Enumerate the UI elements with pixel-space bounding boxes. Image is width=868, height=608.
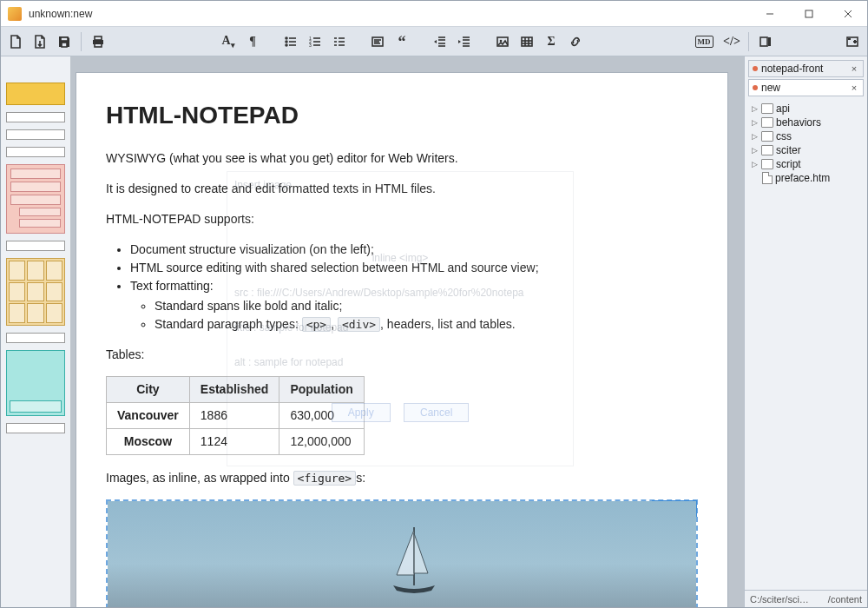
structure-strip[interactable]: [1, 56, 70, 607]
tab-notepad-front[interactable]: notepad-front ×: [748, 60, 864, 77]
svg-rect-41: [522, 37, 532, 46]
struct-node-p[interactable]: [6, 147, 65, 157]
file-tree[interactable]: ▷api ▷behaviors ▷css ▷sciter ▷script pre…: [745, 98, 867, 590]
struct-node-p[interactable]: [6, 129, 65, 140]
doc-paragraph[interactable]: It is designed to create and edit format…: [106, 180, 698, 198]
struct-node-p[interactable]: [6, 423, 65, 433]
svg-rect-49: [848, 38, 851, 40]
table-header[interactable]: City: [107, 377, 190, 403]
tab-new[interactable]: new ×: [748, 79, 864, 96]
table-row: City Established Population: [107, 377, 365, 403]
dirty-indicator-icon: [753, 85, 758, 90]
doc-figure[interactable]: <figure> sample for no: [106, 499, 698, 607]
table-row: Moscow 1124 12,000,000: [107, 429, 365, 455]
struct-node-p[interactable]: [6, 112, 65, 122]
struct-node-h1[interactable]: [6, 83, 65, 105]
figure-image[interactable]: [108, 501, 696, 607]
table-header[interactable]: Established: [189, 377, 279, 403]
doc-list-item[interactable]: Standard paragraph types: <p>, <div>, he…: [155, 315, 698, 334]
toggle-sidebar-button[interactable]: [754, 30, 777, 53]
tree-folder[interactable]: ▷behaviors: [748, 116, 867, 129]
document[interactable]: HTML-NOTEPAD WYSIWYG (what you see is wh…: [76, 72, 728, 607]
status-bar: C:/sciter/sci… /content: [745, 590, 867, 607]
svg-rect-6: [95, 36, 102, 40]
doc-list-item[interactable]: Text formatting: Standard spans like bol…: [130, 277, 698, 334]
struct-node-figure[interactable]: [6, 350, 65, 416]
app-icon: [8, 7, 22, 21]
svg-rect-8: [95, 43, 102, 47]
print-button[interactable]: [87, 30, 109, 53]
svg-text:3: 3: [309, 43, 312, 48]
doc-heading-1[interactable]: HTML-NOTEPAD: [106, 97, 698, 134]
paragraph-button[interactable]: ¶: [241, 30, 264, 53]
ordered-list-button[interactable]: 123: [304, 30, 326, 53]
sailboat-icon: [414, 578, 466, 607]
outdent-button[interactable]: [429, 30, 451, 53]
status-path-left: C:/sciter/sci…: [750, 594, 828, 605]
document-tabs: notepad-front × new ×: [745, 56, 867, 98]
svg-rect-46: [760, 37, 767, 46]
table-header[interactable]: Population: [279, 377, 364, 403]
doc-paragraph[interactable]: Tables:: [106, 346, 698, 364]
add-tab-button[interactable]: [841, 30, 864, 53]
doc-table[interactable]: City Established Population Vancouver 18…: [106, 376, 365, 455]
close-tab-button[interactable]: ×: [849, 83, 859, 93]
insert-table-button[interactable]: [516, 30, 538, 53]
close-button[interactable]: [828, 1, 867, 27]
doc-paragraph[interactable]: WYSIWYG (what you see is what you get) e…: [106, 149, 698, 168]
svg-rect-5: [62, 43, 67, 47]
table-row: Vancouver 1886 630,000: [107, 403, 365, 429]
blockquote-button[interactable]: “: [391, 30, 413, 53]
insert-link-button[interactable]: [564, 30, 587, 53]
app-window: unknown:new A▾ ¶: [0, 0, 868, 608]
struct-node-p[interactable]: [6, 333, 65, 343]
struct-node-p[interactable]: [6, 241, 65, 251]
tree-file[interactable]: preface.htm: [748, 171, 867, 185]
minimize-button[interactable]: [750, 1, 789, 27]
tree-folder[interactable]: ▷script: [748, 157, 867, 171]
file-icon: [762, 172, 773, 184]
font-button[interactable]: A▾: [217, 30, 240, 53]
unordered-list-button[interactable]: [279, 30, 302, 53]
doc-list-item[interactable]: HTML source editing with shared selectio…: [130, 259, 698, 277]
doc-list-item[interactable]: Standard spans like bold and italic;: [155, 297, 698, 315]
new-file-button[interactable]: [4, 30, 27, 53]
dirty-indicator-icon: [753, 66, 758, 71]
indent-button[interactable]: [453, 30, 476, 53]
toolbar: A▾ ¶ 123 “ Σ: [1, 27, 867, 56]
pre-button[interactable]: [366, 30, 389, 53]
maximize-button[interactable]: [789, 1, 828, 27]
window-title: unknown:new: [29, 8, 750, 20]
struct-node-table[interactable]: [6, 258, 65, 326]
svg-rect-1: [806, 10, 812, 17]
svg-rect-47: [768, 37, 771, 46]
svg-point-10: [286, 41, 287, 43]
struct-node-list[interactable]: [6, 164, 65, 234]
svg-point-11: [286, 44, 287, 46]
status-path-right: /content: [828, 594, 862, 605]
sidebar: notepad-front × new × ▷api ▷behaviors ▷c…: [744, 56, 867, 607]
titlebar: unknown:new: [1, 1, 867, 27]
insert-formula-button[interactable]: Σ: [540, 30, 562, 53]
save-button[interactable]: [53, 30, 76, 53]
definition-list-button[interactable]: [328, 30, 351, 53]
tree-folder[interactable]: ▷css: [748, 129, 867, 143]
tree-folder[interactable]: ▷sciter: [748, 143, 867, 157]
source-mode-button[interactable]: </>: [720, 30, 743, 53]
close-tab-button[interactable]: ×: [849, 63, 859, 74]
document-scroll[interactable]: HTML-NOTEPAD WYSIWYG (what you see is wh…: [70, 56, 744, 607]
svg-rect-4: [61, 37, 68, 41]
tree-folder[interactable]: ▷api: [748, 102, 867, 116]
insert-image-button[interactable]: [491, 30, 514, 53]
html-mode-button[interactable]: MD: [689, 30, 719, 53]
doc-list[interactable]: Document structure visualization (on the…: [106, 241, 698, 334]
main-area: HTML-NOTEPAD WYSIWYG (what you see is wh…: [1, 56, 867, 607]
doc-paragraph[interactable]: HTML-NOTEPAD supports:: [106, 210, 698, 228]
doc-paragraph[interactable]: Images, as inline, as wrapped into <figu…: [106, 469, 698, 487]
open-file-button[interactable]: [29, 30, 51, 53]
svg-point-9: [286, 37, 287, 39]
doc-list-item[interactable]: Document structure visualization (on the…: [130, 241, 698, 259]
